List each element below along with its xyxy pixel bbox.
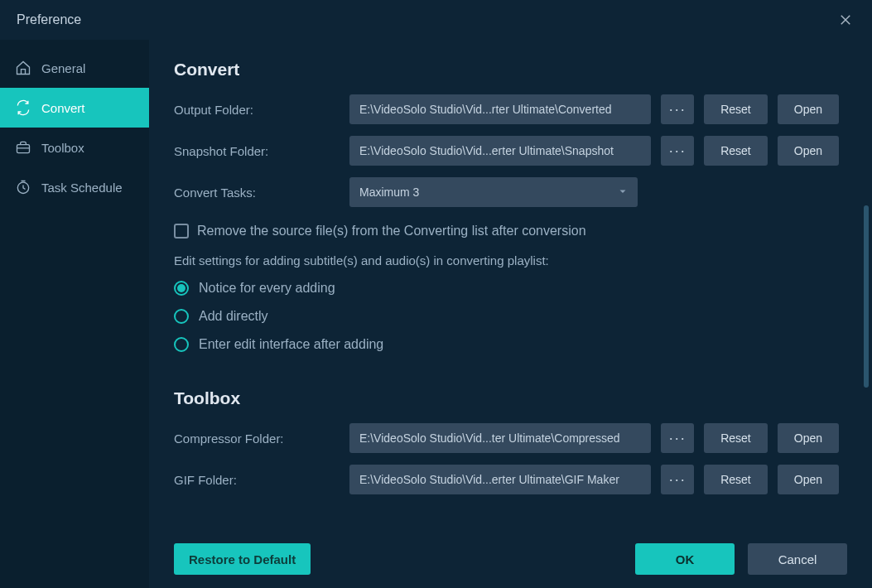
sidebar-item-label: Task Schedule bbox=[41, 181, 123, 195]
titlebar: Preference bbox=[0, 0, 872, 40]
convert-tasks-value: Maximum 3 bbox=[359, 186, 419, 199]
cancel-button[interactable]: Cancel bbox=[748, 543, 847, 575]
remove-source-checkbox[interactable] bbox=[174, 224, 189, 239]
browse-compressor-folder-button[interactable]: ··· bbox=[661, 423, 694, 453]
radio-notice-every-adding[interactable]: Notice for every adding bbox=[174, 281, 839, 296]
edit-settings-heading: Edit settings for adding subtitle(s) and… bbox=[174, 253, 839, 267]
sidebar-item-label: General bbox=[41, 61, 85, 75]
sidebar-item-label: Toolbox bbox=[41, 141, 84, 155]
section-title-convert: Convert bbox=[174, 60, 839, 80]
compressor-folder-field[interactable]: E:\VideoSolo Studio\Vid...ter Ultimate\C… bbox=[349, 423, 651, 453]
radio-label: Enter edit interface after adding bbox=[199, 337, 383, 352]
compressor-folder-label: Compressor Folder: bbox=[174, 431, 340, 446]
window-title: Preference bbox=[17, 12, 81, 27]
browse-snapshot-folder-button[interactable]: ··· bbox=[661, 136, 694, 166]
radio-enter-edit-interface[interactable]: Enter edit interface after adding bbox=[174, 337, 839, 352]
convert-tasks-label: Convert Tasks: bbox=[174, 186, 340, 200]
sidebar-item-convert[interactable]: Convert bbox=[0, 88, 149, 128]
row-compressor-folder: Compressor Folder: E:\VideoSolo Studio\V… bbox=[174, 423, 839, 453]
close-icon bbox=[838, 12, 853, 27]
radio-button[interactable] bbox=[174, 281, 189, 296]
close-button[interactable] bbox=[836, 10, 855, 30]
remove-source-checkbox-row[interactable]: Remove the source file(s) from the Conve… bbox=[174, 224, 839, 239]
radio-label: Notice for every adding bbox=[199, 281, 335, 296]
reset-snapshot-folder-button[interactable]: Reset bbox=[704, 136, 768, 166]
output-folder-label: Output Folder: bbox=[174, 103, 340, 117]
reset-output-folder-button[interactable]: Reset bbox=[704, 94, 768, 124]
sidebar-item-label: Convert bbox=[41, 101, 85, 115]
content-area: Convert Output Folder: E:\VideoSolo Stud… bbox=[149, 40, 872, 588]
remove-source-label: Remove the source file(s) from the Conve… bbox=[197, 224, 586, 239]
gif-folder-label: GIF Folder: bbox=[174, 473, 340, 487]
gif-folder-field[interactable]: E:\VideoSolo Studio\Vid...erter Ultimate… bbox=[349, 465, 651, 494]
restore-default-button[interactable]: Restore to Default bbox=[174, 543, 311, 575]
svg-rect-2 bbox=[17, 145, 30, 153]
footer: Restore to Default OK Cancel bbox=[174, 543, 847, 575]
convert-icon bbox=[15, 99, 31, 116]
scrollbar[interactable] bbox=[864, 205, 869, 388]
row-output-folder: Output Folder: E:\VideoSolo Studio\Vid..… bbox=[174, 94, 839, 124]
open-output-folder-button[interactable]: Open bbox=[778, 94, 839, 124]
output-folder-field[interactable]: E:\VideoSolo Studio\Vid...rter Ultimate\… bbox=[349, 94, 651, 124]
row-gif-folder: GIF Folder: E:\VideoSolo Studio\Vid...er… bbox=[174, 465, 839, 494]
radio-button[interactable] bbox=[174, 309, 189, 324]
clock-icon bbox=[15, 179, 31, 195]
open-gif-folder-button[interactable]: Open bbox=[778, 465, 839, 494]
toolbox-icon bbox=[15, 139, 31, 156]
row-convert-tasks: Convert Tasks: Maximum 3 bbox=[174, 177, 839, 207]
chevron-down-icon bbox=[618, 186, 628, 199]
sidebar-item-toolbox[interactable]: Toolbox bbox=[0, 128, 149, 167]
row-snapshot-folder: Snapshot Folder: E:\VideoSolo Studio\Vid… bbox=[174, 136, 839, 166]
reset-compressor-folder-button[interactable]: Reset bbox=[704, 423, 768, 453]
home-icon bbox=[15, 60, 31, 76]
reset-gif-folder-button[interactable]: Reset bbox=[704, 465, 768, 494]
browse-gif-folder-button[interactable]: ··· bbox=[661, 465, 694, 494]
sidebar-item-task-schedule[interactable]: Task Schedule bbox=[0, 167, 149, 207]
ok-button[interactable]: OK bbox=[635, 543, 735, 575]
open-snapshot-folder-button[interactable]: Open bbox=[778, 136, 839, 166]
snapshot-folder-field[interactable]: E:\VideoSolo Studio\Vid...erter Ultimate… bbox=[349, 136, 651, 166]
radio-add-directly[interactable]: Add directly bbox=[174, 309, 839, 324]
radio-button[interactable] bbox=[174, 337, 189, 352]
section-title-toolbox: Toolbox bbox=[174, 388, 839, 408]
scroll-area[interactable]: Convert Output Folder: E:\VideoSolo Stud… bbox=[174, 60, 847, 522]
sidebar-item-general[interactable]: General bbox=[0, 48, 149, 88]
convert-tasks-select[interactable]: Maximum 3 bbox=[349, 177, 638, 207]
open-compressor-folder-button[interactable]: Open bbox=[778, 423, 839, 453]
radio-label: Add directly bbox=[199, 309, 268, 324]
snapshot-folder-label: Snapshot Folder: bbox=[174, 144, 340, 158]
sidebar: General Convert Toolbox Task Schedule bbox=[0, 40, 149, 588]
browse-output-folder-button[interactable]: ··· bbox=[661, 94, 694, 124]
